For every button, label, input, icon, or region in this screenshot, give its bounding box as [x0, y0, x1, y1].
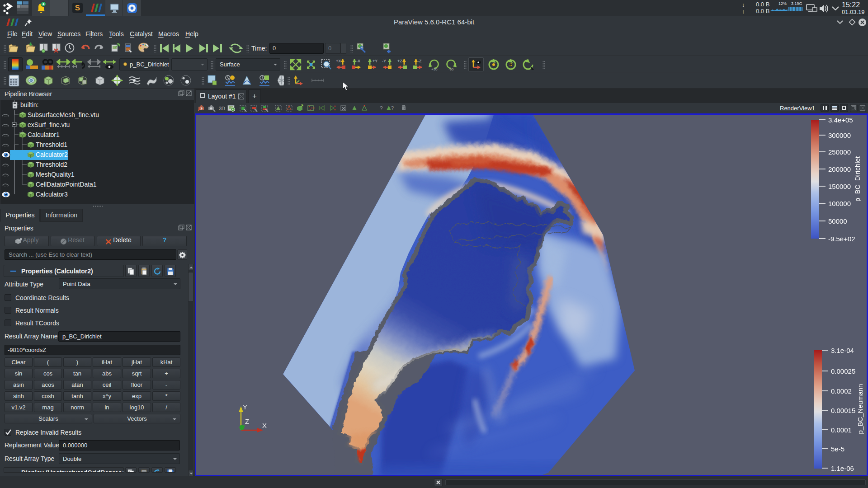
svg-text:-9.5e+02: -9.5e+02: [828, 235, 855, 243]
svg-text:Y: Y: [243, 403, 247, 411]
svg-text:3.4e+05: 3.4e+05: [828, 116, 853, 124]
svg-text:?: ?: [391, 105, 394, 111]
svg-text:3D: 3D: [219, 106, 225, 111]
svg-text:200000: 200000: [828, 165, 851, 173]
svg-text:3.1e-04: 3.1e-04: [831, 347, 854, 354]
svg-text:5e-5: 5e-5: [831, 445, 844, 453]
svg-text:p_BC_Dirichlet: p_BC_Dirichlet: [854, 156, 861, 202]
svg-text:+Y: +Y: [373, 59, 377, 63]
svg-text:+90: +90: [431, 67, 438, 71]
svg-text:-90: -90: [448, 67, 454, 71]
svg-text:Z: Z: [245, 418, 249, 425]
svg-text:1.1e-06: 1.1e-06: [831, 465, 854, 472]
svg-text:300000: 300000: [828, 131, 851, 139]
svg-text:?: ?: [380, 105, 383, 112]
svg-text:p_BC_Neumann: p_BC_Neumann: [856, 384, 864, 434]
svg-text:0.0002: 0.0002: [831, 387, 852, 395]
svg-text:X: X: [262, 422, 267, 429]
svg-text:0.00025: 0.00025: [831, 367, 855, 375]
svg-text:0.0001: 0.0001: [831, 426, 852, 434]
svg-text:+Z: +Z: [397, 59, 402, 63]
svg-text:250000: 250000: [828, 148, 851, 156]
svg-text:-Z: -Z: [418, 59, 422, 63]
svg-text:-Y: -Y: [382, 59, 386, 63]
svg-text:100000: 100000: [828, 200, 851, 207]
svg-text:50000: 50000: [828, 217, 847, 225]
svg-text:150000: 150000: [828, 183, 851, 190]
svg-text:+X: +X: [336, 59, 341, 63]
svg-text:-X: -X: [356, 59, 360, 63]
svg-text:0.00015: 0.00015: [831, 407, 855, 414]
